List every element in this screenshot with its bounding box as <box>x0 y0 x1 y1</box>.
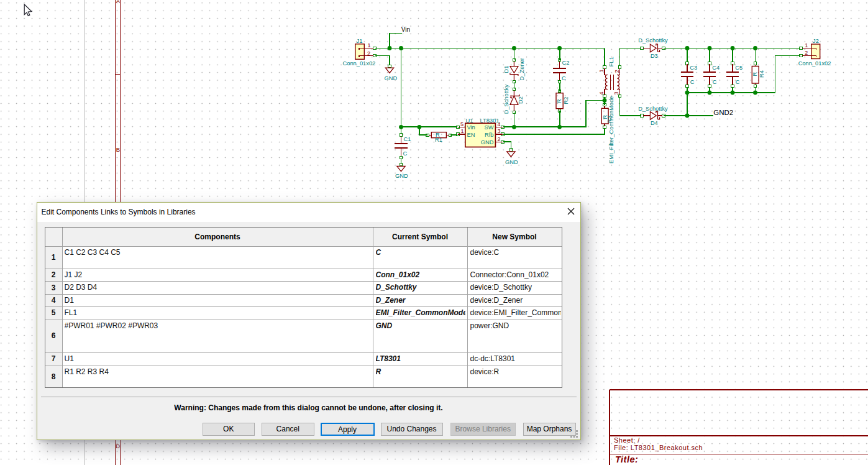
svg-text:D: D <box>116 443 120 449</box>
svg-text:C: C <box>713 79 717 85</box>
svg-text:D_Schottky: D_Schottky <box>503 84 509 114</box>
svg-text:LT8301: LT8301 <box>480 117 500 124</box>
svg-text:1: 1 <box>598 69 605 72</box>
svg-text:SW: SW <box>485 124 494 131</box>
svg-text:D_Schottky: D_Schottky <box>638 106 668 112</box>
svg-text:1: 1 <box>805 42 808 48</box>
svg-text:R4: R4 <box>759 70 765 78</box>
svg-text:J2: J2 <box>813 38 819 44</box>
svg-text:R: R <box>556 99 562 103</box>
svg-text:3: 3 <box>613 91 619 94</box>
svg-text:4: 4 <box>598 91 605 94</box>
svg-text:1: 1 <box>367 42 370 48</box>
svg-text:Vin: Vin <box>401 26 410 33</box>
svg-text:A: A <box>116 0 121 4</box>
svg-text:3: 3 <box>498 128 501 134</box>
svg-text:EMI_Filter_CommonMode: EMI_Filter_CommonMode <box>608 96 614 164</box>
svg-text:GND: GND <box>385 75 398 81</box>
svg-text:D4: D4 <box>651 120 658 126</box>
svg-text:Conn_01x02: Conn_01x02 <box>798 60 831 67</box>
svg-text:2: 2 <box>498 136 501 142</box>
svg-text:Conn_01x02: Conn_01x02 <box>343 60 376 67</box>
svg-text:C1: C1 <box>404 136 411 142</box>
svg-text:C: C <box>562 75 566 81</box>
svg-text:R1: R1 <box>435 137 442 143</box>
svg-text:Title:: Title: <box>615 454 638 464</box>
svg-text:FL1: FL1 <box>608 57 614 67</box>
svg-text:C2: C2 <box>562 60 570 66</box>
svg-text:5: 5 <box>460 121 464 127</box>
svg-text:C5: C5 <box>735 65 742 71</box>
svg-text:C4: C4 <box>712 65 720 71</box>
svg-text:B: B <box>116 146 120 153</box>
svg-text:R2: R2 <box>563 97 569 104</box>
svg-text:R: R <box>752 72 758 76</box>
svg-text:D_Schottky: D_Schottky <box>638 37 668 44</box>
svg-text:GND: GND <box>481 139 494 145</box>
svg-text:C: C <box>690 79 695 85</box>
svg-text:2: 2 <box>614 70 620 73</box>
svg-text:U1: U1 <box>466 117 473 124</box>
svg-text:C3: C3 <box>690 65 697 71</box>
svg-text:R3: R3 <box>606 116 613 123</box>
svg-text:GND: GND <box>395 173 408 179</box>
svg-text:EN: EN <box>467 132 475 138</box>
svg-text:Sheet: /: Sheet: / <box>614 436 640 444</box>
svg-text:GND2: GND2 <box>713 109 733 116</box>
svg-text:Vin: Vin <box>467 124 475 131</box>
svg-text:D1: D1 <box>503 66 509 73</box>
svg-text:D2: D2 <box>518 96 524 104</box>
svg-text:C: C <box>736 79 740 85</box>
svg-text:2: 2 <box>805 50 808 56</box>
svg-text:1: 1 <box>461 128 464 134</box>
svg-text:File: LT8301_Breakout.sch: File: LT8301_Breakout.sch <box>614 444 703 451</box>
svg-text:D_Zener: D_Zener <box>519 58 525 80</box>
svg-text:GND: GND <box>505 159 518 165</box>
svg-text:Rfb: Rfb <box>485 132 493 138</box>
svg-text:D3: D3 <box>651 53 658 59</box>
svg-text:2: 2 <box>367 50 370 57</box>
svg-text:C: C <box>403 150 408 157</box>
svg-text:J1: J1 <box>357 38 363 44</box>
